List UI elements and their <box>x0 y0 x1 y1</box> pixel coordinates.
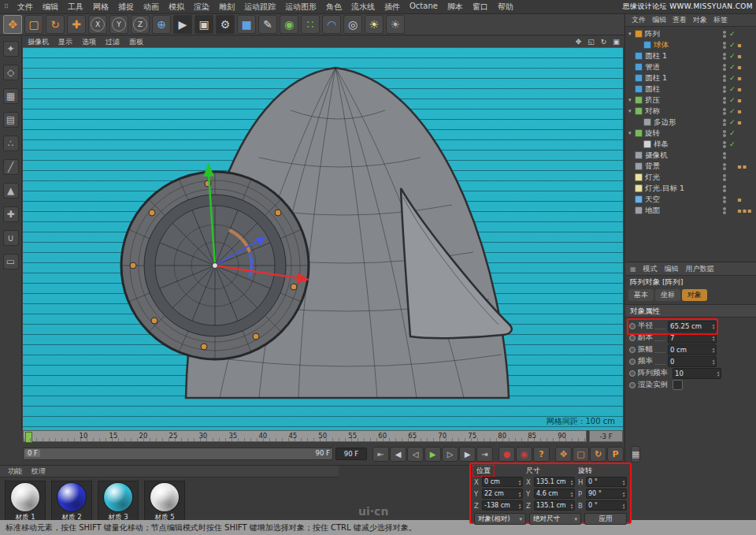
property-field[interactable]: 0 cm ▴▾ <box>668 344 717 355</box>
menu-item[interactable]: 渲染 <box>189 2 214 13</box>
polygons-mode-icon[interactable]: ▲ <box>3 183 19 199</box>
visibility-dots[interactable] <box>723 31 726 38</box>
viewport-rotate-icon[interactable]: ↻ <box>598 36 609 46</box>
property-field[interactable]: 7 ▴▾ <box>668 333 717 344</box>
tag-chips[interactable]: ▪ <box>737 97 756 104</box>
section-tab[interactable]: 对象 <box>682 289 707 301</box>
visibility-dots[interactable] <box>723 141 726 148</box>
menu-item[interactable]: 工具 <box>63 2 88 13</box>
rotation-p-field[interactable]: 90 °▴▾ <box>586 489 627 499</box>
enabled-check-icon[interactable]: ✓ <box>729 96 737 104</box>
tab-userdata[interactable]: 用户数据 <box>686 264 714 274</box>
last-used-tool[interactable]: ✚ <box>67 15 86 34</box>
menu-item[interactable]: 编辑 <box>38 2 63 13</box>
property-field[interactable]: 65.25 cm ▴▾ <box>668 321 717 332</box>
x-axis-toggle[interactable]: X <box>88 15 107 34</box>
position-z-field[interactable]: -138 cm▴▾ <box>482 500 523 511</box>
section-tab[interactable]: 基本 <box>628 289 654 301</box>
expand-arrow-icon[interactable]: ▾ <box>628 130 635 136</box>
play-button[interactable]: ▶ <box>424 447 441 462</box>
menu-item[interactable]: 捕捉 <box>113 2 139 13</box>
workplane-mode-icon[interactable]: ▤ <box>3 112 19 128</box>
property-field[interactable]: 10 ▴▾ <box>673 368 721 379</box>
current-frame-field[interactable]: 90 F <box>335 448 367 460</box>
visibility-dots[interactable] <box>723 130 726 137</box>
visibility-dots[interactable] <box>723 53 726 60</box>
material-item[interactable]: 材质 5 <box>144 481 185 525</box>
visibility-dots[interactable] <box>723 108 726 115</box>
object-row[interactable]: ▾ 旋转 ✓ <box>625 128 756 139</box>
tab-edit[interactable]: 编辑 <box>665 264 679 274</box>
object-manager-menu-item[interactable]: 对象 <box>690 15 710 25</box>
size-y-field[interactable]: 4.6 cm▴▾ <box>534 489 575 499</box>
menu-item[interactable]: 雕刻 <box>214 2 239 13</box>
object-manager-menu-item[interactable]: 编辑 <box>649 15 669 25</box>
section-tab[interactable]: 坐标 <box>655 289 680 301</box>
menu-item[interactable]: 运动跟踪 <box>239 2 280 13</box>
visibility-dots[interactable] <box>723 86 726 93</box>
object-row[interactable]: 圆柱 ✓ ▪ <box>625 84 756 95</box>
record-scale-toggle[interactable]: ▢ <box>573 447 589 462</box>
tag-chips[interactable]: ▪▪ <box>737 163 756 170</box>
tag-chips[interactable]: ▪ <box>737 64 756 71</box>
mograph-menu[interactable]: ∷ <box>301 15 320 34</box>
coordinate-system[interactable]: ⊕ <box>152 15 171 34</box>
tag-chips[interactable]: ▪ <box>737 42 756 49</box>
object-row[interactable]: 圆柱 1 ✓ ▪ <box>625 50 756 61</box>
expand-arrow-icon[interactable]: ▾ <box>628 97 635 103</box>
menu-item[interactable]: 网格 <box>88 2 113 13</box>
position-y-field[interactable]: 22 cm▴▾ <box>482 489 523 499</box>
object-row[interactable]: 球体 ✓ ▪ <box>625 39 756 50</box>
viewport-menu-item[interactable]: 过滤 <box>101 37 124 47</box>
tag-chips[interactable]: ▪ <box>737 86 756 93</box>
viewport-toggle-icon[interactable]: ▣ <box>611 36 621 46</box>
enable-axis-icon[interactable]: ✚ <box>3 206 19 222</box>
viewport-menu-item[interactable]: 显示 <box>54 37 77 47</box>
stepper-icon[interactable]: ▴▾ <box>712 335 714 341</box>
move-tool[interactable]: ✥ <box>3 15 22 34</box>
timeline-ruler[interactable]: 1015202530354045505560657075808590 <box>23 430 587 442</box>
viewport-menu-item[interactable]: 面板 <box>124 37 148 47</box>
autokey-button[interactable]: ◉ <box>516 447 532 462</box>
render-view-button[interactable]: ▶ <box>173 15 192 34</box>
enabled-check-icon[interactable]: ✓ <box>729 41 737 49</box>
convert-editable-icon[interactable]: ✦ <box>3 41 19 57</box>
expand-arrow-icon[interactable]: ▾ <box>628 31 635 37</box>
object-row[interactable]: 天空 ▪ <box>625 194 756 205</box>
object-row[interactable]: 样条 ✓ <box>625 139 756 150</box>
animation-dot-icon[interactable] <box>629 370 636 377</box>
deformer-menu[interactable]: ◠ <box>322 15 341 34</box>
keyframe-options-button[interactable]: ? <box>533 447 550 462</box>
visibility-dots[interactable] <box>723 152 726 159</box>
object-row[interactable]: 地面 ▪▪▪ <box>625 205 756 216</box>
object-manager-menu-item[interactable]: 标签 <box>710 15 731 25</box>
rotation-h-field[interactable]: 0 °▴▾ <box>586 477 627 487</box>
material-item[interactable]: 材质 2 <box>51 481 92 525</box>
tag-chips[interactable]: ▪ <box>737 75 756 82</box>
enabled-check-icon[interactable]: ✓ <box>729 52 737 60</box>
y-axis-toggle[interactable]: Y <box>109 15 128 34</box>
light-menu[interactable]: ☀ <box>365 15 384 34</box>
size-z-field[interactable]: 135.1 cm▴▾ <box>534 500 575 511</box>
stepper-icon[interactable]: ▴▾ <box>717 370 719 377</box>
timeline-range-slider[interactable]: 0 F 90 F <box>23 448 333 460</box>
menu-item[interactable]: Octane <box>405 2 443 13</box>
animation-dot-icon[interactable] <box>629 347 636 353</box>
spline-pen-menu[interactable]: ✎ <box>258 15 277 34</box>
render-settings-button[interactable]: ⚙ <box>216 15 235 34</box>
playhead[interactable] <box>25 432 32 443</box>
expand-arrow-icon[interactable]: ▾ <box>628 108 635 114</box>
model-mode-icon[interactable]: ◇ <box>3 65 19 80</box>
visibility-dots[interactable] <box>723 75 726 82</box>
size-mode-select[interactable]: 绝对尺寸 <box>529 513 581 525</box>
record-keyframe-button[interactable]: ● <box>498 447 515 462</box>
next-key-button[interactable]: ▶ <box>459 447 476 462</box>
generator-menu[interactable]: ◉ <box>280 15 298 34</box>
stepper-icon[interactable]: ▴▾ <box>712 359 714 365</box>
visibility-dots[interactable] <box>723 163 726 170</box>
record-parameter-toggle[interactable]: P <box>607 447 624 462</box>
menu-item[interactable]: 流水线 <box>346 2 380 13</box>
visibility-dots[interactable] <box>723 64 726 71</box>
transform-mode-select[interactable]: 对象(相对) <box>474 513 526 525</box>
visibility-dots[interactable] <box>723 196 726 203</box>
